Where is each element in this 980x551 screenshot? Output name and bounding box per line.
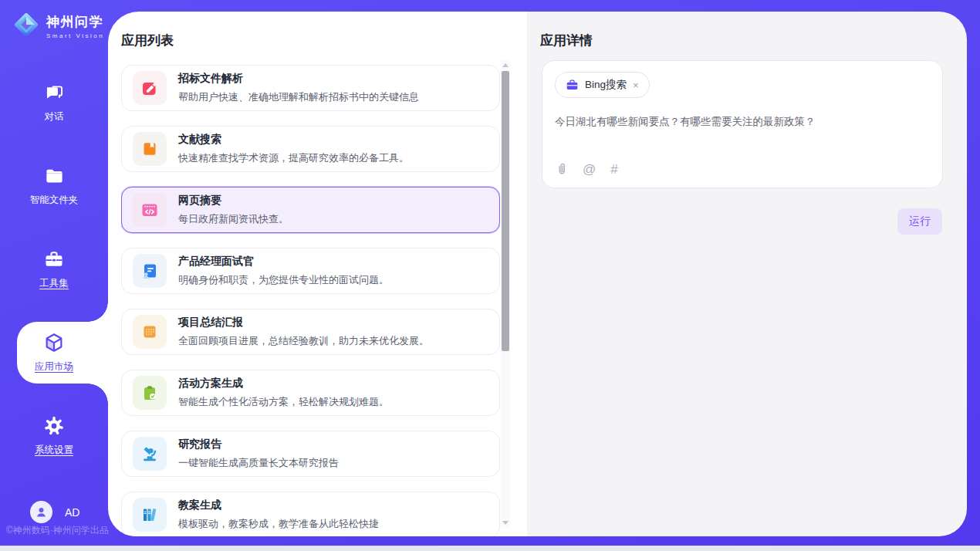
app-name: 研究报告	[178, 438, 339, 451]
close-icon[interactable]: ×	[633, 80, 639, 90]
app-list-panel: 应用列表 招标文件解析 帮助用户快速、准确地理解和解析招标书中的关键信息	[108, 12, 527, 536]
copyright-text: ©神州数码·神州问学出品	[6, 524, 109, 537]
tool-tag-label: Bing搜索	[585, 78, 627, 92]
run-button[interactable]: 运行	[897, 208, 942, 235]
sidebar-item-label: 系统设置	[35, 444, 73, 457]
app-card-event-plan[interactable]: 活动方案生成 智能生成个性化活动方案，轻松解决规划难题。	[121, 370, 500, 416]
app-detail-title: 应用详情	[527, 12, 967, 49]
research-report-icon	[133, 437, 167, 471]
sidebar-item-label: 对话	[45, 110, 64, 123]
brand-subtitle: Smart Vision	[46, 32, 104, 39]
pm-interviewer-icon	[133, 254, 167, 288]
app-desc: 模板驱动，教案秒成，教学准备从此轻松快捷	[178, 517, 379, 531]
app-name: 招标文件解析	[178, 72, 419, 86]
app-name: 文献搜索	[178, 133, 409, 147]
sidebar-item-label: 工具集	[39, 277, 69, 290]
content-area: 应用列表 招标文件解析 帮助用户快速、准确地理解和解析招标书中的关键信息	[108, 12, 967, 536]
user-initials: AD	[65, 506, 79, 519]
diamond-logo-icon	[12, 10, 41, 42]
webpage-summary-icon	[133, 193, 167, 227]
app-desc: 帮助用户快速、准确地理解和解析招标书中的关键信息	[178, 90, 419, 104]
app-card-research-report[interactable]: 研究报告 一键智能生成高质量长文本研究报告	[121, 431, 500, 477]
app-name: 项目总结汇报	[178, 316, 429, 330]
app-name: 教案生成	[178, 499, 379, 512]
app-detail-panel: 应用详情 Bing搜索 × 今日湖北有哪些新闻要点？有哪些需要关注的最新政策？	[527, 12, 967, 536]
app-card-lesson-plan[interactable]: 教案生成 模板驱动，教案秒成，教学准备从此轻松快捷	[121, 492, 500, 536]
sidebar-item-toolset[interactable]: 工具集	[0, 242, 108, 296]
toolbox-icon	[43, 248, 65, 270]
scroll-down-arrow-icon[interactable]	[501, 518, 510, 527]
project-summary-icon	[133, 315, 167, 349]
gear-icon	[43, 415, 65, 437]
tool-tag-bing-search[interactable]: Bing搜索 ×	[555, 72, 650, 98]
sidebar-item-label: 智能文件夹	[30, 194, 79, 207]
folder-icon	[43, 165, 65, 187]
chat-icon	[43, 82, 65, 103]
query-input[interactable]: 今日湖北有哪些新闻要点？有哪些需要关注的最新政策？	[555, 115, 930, 129]
sidebar-item-settings[interactable]: 系统设置	[0, 409, 108, 463]
sidebar-item-label: 应用市场	[35, 360, 73, 374]
app-card-literature-search[interactable]: 文献搜索 快速精准查找学术资源，提高研究效率的必备工具。	[121, 126, 500, 172]
app-desc: 一键智能生成高质量长文本研究报告	[178, 456, 339, 470]
app-desc: 明确身份和职责，为您提供专业性的面试问题。	[178, 273, 389, 287]
app-desc: 全面回顾项目进展，总结经验教训，助力未来优化发展。	[178, 334, 429, 348]
scrollbar-thumb[interactable]	[502, 71, 509, 351]
app-card-pm-interviewer[interactable]: 产品经理面试官 明确身份和职责，为您提供专业性的面试问题。	[121, 248, 500, 294]
app-frame: 神州问学 Smart Vision 对话	[0, 0, 980, 546]
sidebar-item-chat[interactable]: 对话	[0, 76, 108, 130]
sidebar-item-smart-folder[interactable]: 智能文件夹	[0, 159, 108, 213]
paperclip-icon[interactable]	[556, 162, 568, 176]
sidebar-nav: 对话 智能文件夹	[0, 76, 108, 492]
app-list-scrollbar[interactable]	[501, 60, 510, 527]
app-name: 网页摘要	[178, 194, 289, 208]
app-desc: 快速精准查找学术资源，提高研究效率的必备工具。	[178, 151, 409, 165]
app-desc: 每日政府新闻资讯快查。	[178, 212, 289, 226]
sidebar-item-app-market[interactable]: 应用市场	[0, 326, 108, 380]
app-card-project-summary[interactable]: 项目总结汇报 全面回顾项目进展，总结经验教训，助力未来优化发展。	[121, 309, 500, 355]
tender-parse-icon	[133, 71, 167, 105]
app-list-title: 应用列表	[108, 12, 527, 49]
event-plan-icon	[133, 376, 167, 410]
avatar	[30, 501, 52, 523]
bottom-strip	[0, 546, 980, 551]
sidebar: 神州问学 Smart Vision 对话	[0, 0, 108, 546]
hashtag-icon[interactable]: #	[610, 163, 617, 176]
user-account[interactable]: AD	[30, 501, 79, 523]
cube-icon	[43, 332, 65, 353]
literature-search-icon	[133, 132, 167, 166]
app-card-tender-parse[interactable]: 招标文件解析 帮助用户快速、准确地理解和解析招标书中的关键信息	[121, 65, 500, 111]
mention-icon[interactable]: @	[583, 163, 596, 176]
brand-logo: 神州问学 Smart Vision	[12, 10, 104, 42]
query-card[interactable]: Bing搜索 × 今日湖北有哪些新闻要点？有哪些需要关注的最新政策？ @ #	[542, 60, 943, 188]
scroll-up-arrow-icon[interactable]	[501, 60, 510, 69]
lesson-plan-icon	[133, 498, 167, 532]
run-row: 运行	[527, 208, 942, 235]
app-card-webpage-summary[interactable]: 网页摘要 每日政府新闻资讯快查。	[121, 187, 500, 233]
brand-name: 神州问学	[46, 13, 104, 31]
app-name: 产品经理面试官	[178, 255, 389, 269]
app-list: 招标文件解析 帮助用户快速、准确地理解和解析招标书中的关键信息 文献搜索 快速精…	[121, 65, 500, 536]
app-name: 活动方案生成	[178, 377, 389, 390]
attach-toolbar: @ #	[556, 162, 618, 176]
briefcase-icon	[566, 79, 579, 92]
app-desc: 智能生成个性化活动方案，轻松解决规划难题。	[178, 395, 389, 409]
